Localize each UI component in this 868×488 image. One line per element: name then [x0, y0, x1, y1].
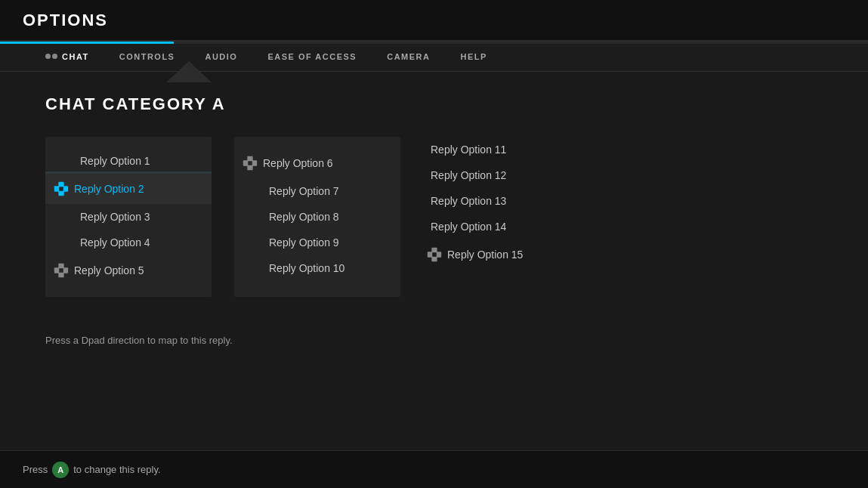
dpad-icon-opt6	[242, 155, 258, 171]
reply-option-10[interactable]: Reply Option 10	[234, 255, 400, 281]
svg-rect-2	[59, 187, 63, 191]
right-column: Reply Option 11 Reply Option 12 Reply Op…	[423, 137, 597, 297]
options-layout: Reply Option 1 Reply Option 2 Reply Opti…	[45, 137, 823, 297]
scroll-bar-fill	[0, 42, 174, 44]
press-hint: Press a Dpad direction to map to this re…	[45, 335, 823, 346]
reply-option-11[interactable]: Reply Option 11	[423, 137, 597, 162]
reply-option-13[interactable]: Reply Option 13	[423, 188, 597, 214]
middle-column-panel: Reply Option 6 Reply Option 7 Reply Opti…	[234, 137, 400, 297]
tab-audio[interactable]: AUDIO	[205, 52, 237, 61]
reply-option-7[interactable]: Reply Option 7	[234, 178, 400, 204]
bottom-hint: Press A to change this reply.	[23, 462, 161, 478]
reply-option-9[interactable]: Reply Option 9	[234, 230, 400, 255]
nav-tabs: CHAT CONTROLS AUDIO EASE OF ACCESS CAMER…	[0, 42, 868, 72]
tab-help[interactable]: HELP	[460, 52, 487, 61]
reply-option-8[interactable]: Reply Option 8	[234, 204, 400, 230]
svg-rect-11	[432, 252, 437, 257]
dpad-icon-opt2	[53, 181, 70, 197]
reply-option-1[interactable]: Reply Option 1	[45, 148, 212, 174]
tab-chat[interactable]: CHAT	[45, 51, 89, 63]
page-title: OPTIONS	[23, 11, 108, 30]
bottom-bar: Press A to change this reply.	[0, 450, 868, 488]
reply-option-14[interactable]: Reply Option 14	[423, 214, 597, 239]
reply-option-15[interactable]: Reply Option 15	[423, 239, 597, 270]
scroll-bar	[0, 42, 868, 44]
left-column-panel: Reply Option 1 Reply Option 2 Reply Opti…	[45, 137, 212, 297]
reply-option-3[interactable]: Reply Option 3	[45, 204, 212, 230]
svg-rect-8	[248, 161, 252, 165]
svg-rect-5	[59, 268, 63, 273]
reply-option-6[interactable]: Reply Option 6	[234, 148, 400, 178]
category-title: CHAT CATEGORY A	[45, 94, 823, 114]
reply-option-2[interactable]: Reply Option 2	[45, 174, 212, 204]
reply-option-4[interactable]: Reply Option 4	[45, 230, 212, 255]
reply-option-5[interactable]: Reply Option 5	[45, 255, 212, 286]
tab-ease-of-access[interactable]: EASE OF ACCESS	[267, 52, 357, 61]
tab-camera[interactable]: CAMERA	[387, 52, 430, 61]
top-bar: OPTIONS	[0, 0, 868, 42]
main-content: CHAT CATEGORY A Reply Option 1 Reply Opt	[0, 72, 868, 369]
a-button-indicator: A	[52, 462, 69, 478]
dpad-icon-opt15	[426, 246, 443, 263]
tab-controls[interactable]: CONTROLS	[119, 52, 175, 61]
dpad-icon-opt5	[53, 262, 70, 279]
triangle-pointer	[166, 61, 212, 82]
chat-tab-icon	[45, 51, 57, 63]
reply-option-12[interactable]: Reply Option 12	[423, 162, 597, 188]
